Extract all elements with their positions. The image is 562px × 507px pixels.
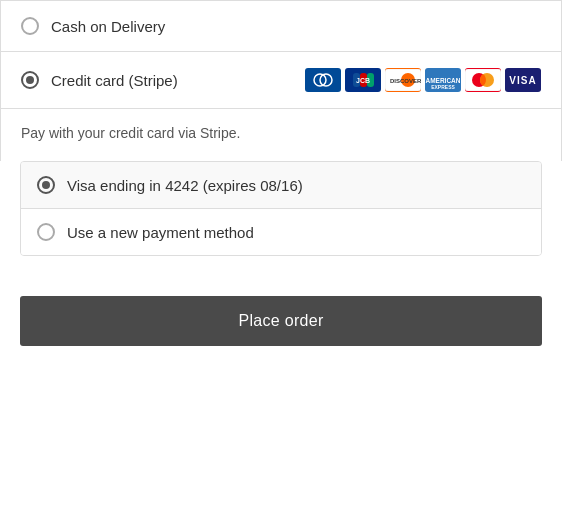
svg-text:JCB: JCB <box>356 77 370 84</box>
place-order-button[interactable]: Place order <box>20 296 542 346</box>
cash-on-delivery-label: Cash on Delivery <box>51 18 165 35</box>
cash-on-delivery-option[interactable]: Cash on Delivery <box>0 0 562 52</box>
visa-4242-radio-dot <box>42 181 50 189</box>
credit-card-radio[interactable] <box>21 71 39 89</box>
svg-text:DISCOVER: DISCOVER <box>390 78 421 84</box>
mastercard-icon <box>465 68 501 92</box>
new-payment-radio[interactable] <box>37 223 55 241</box>
svg-rect-0 <box>307 69 339 91</box>
credit-card-option[interactable]: Credit card (Stripe) JCB <box>0 52 562 109</box>
svg-text:AMERICAN: AMERICAN <box>425 77 460 84</box>
jcb-card-icon: JCB <box>345 68 381 92</box>
cash-on-delivery-radio[interactable] <box>21 17 39 35</box>
visa-card-icon: VISA <box>505 68 541 92</box>
saved-cards-container: Visa ending in 4242 (expires 08/16) Use … <box>20 161 542 256</box>
new-payment-option[interactable]: Use a new payment method <box>21 208 541 255</box>
svg-text:EXPRESS: EXPRESS <box>431 84 455 90</box>
amex-card-icon: AMERICAN EXPRESS <box>425 68 461 92</box>
card-icons-group: JCB DISCOVER AMERICAN EXPRESS <box>305 68 541 92</box>
visa-4242-radio[interactable] <box>37 176 55 194</box>
place-order-section: Place order <box>0 276 562 366</box>
svg-text:VISA: VISA <box>509 75 536 86</box>
credit-card-label: Credit card (Stripe) <box>51 72 178 89</box>
radio-selected-dot <box>26 76 34 84</box>
discover-card-icon: DISCOVER <box>385 68 421 92</box>
diners-card-icon <box>305 68 341 92</box>
visa-4242-label: Visa ending in 4242 (expires 08/16) <box>67 177 303 194</box>
new-payment-label: Use a new payment method <box>67 224 254 241</box>
saved-card-option-visa[interactable]: Visa ending in 4242 (expires 08/16) <box>21 162 541 208</box>
stripe-description: Pay with your credit card via Stripe. <box>0 109 562 161</box>
